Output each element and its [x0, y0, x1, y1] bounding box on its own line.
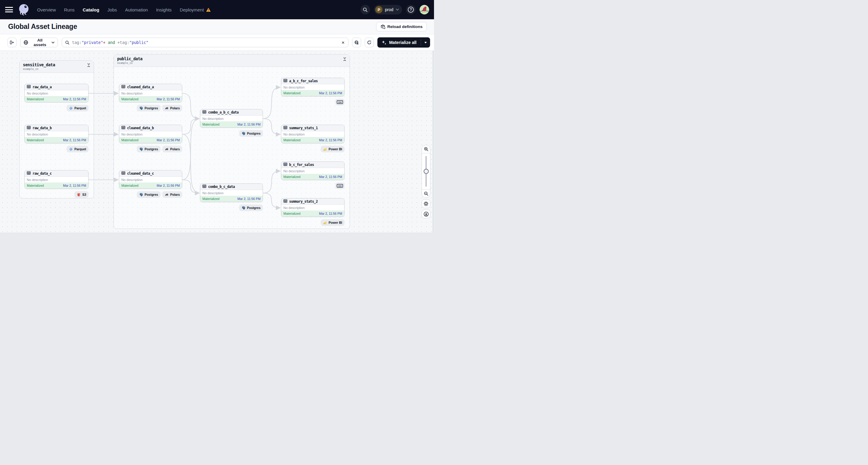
global-search-button[interactable]	[361, 5, 370, 14]
asset-status-badge: Materialized	[203, 197, 220, 200]
nav-item-deployment[interactable]: Deployment	[180, 7, 211, 12]
nav-item-runs[interactable]: Runs	[64, 7, 75, 12]
asset-description: No description	[119, 131, 182, 137]
asset-node-raw_data_b[interactable]: raw_data_b No description Materialized M…	[24, 125, 89, 143]
asset-timestamp: Mar 2, 11:56 PM	[157, 97, 180, 101]
asset-node-header: a_b_c_for_sales	[281, 78, 344, 84]
collapse-group-icon[interactable]	[343, 57, 346, 62]
globe-icon	[24, 40, 28, 45]
kind-badge-postgres: Postgres	[239, 205, 263, 211]
zoom-slider-thumb[interactable]	[424, 169, 429, 174]
page-header: Global Asset Lineage Reload definitions	[0, 19, 434, 34]
asset-node-combo_b_c_data[interactable]: combo_b_c_data No description Materializ…	[200, 183, 263, 202]
warning-triangle-icon	[206, 7, 211, 12]
asset-node-header: b_c_for_sales	[281, 162, 344, 168]
asset-node-cleaned_data_a[interactable]: cleaned_data_a No description Materializ…	[119, 84, 182, 102]
asset-node-summary_stats_1[interactable]: summary_stats_1 No description Materiali…	[281, 125, 345, 143]
asset-node-raw_data_a[interactable]: raw_data_a No description Materialized M…	[24, 84, 89, 102]
asset-node-cleaned_data_c[interactable]: cleaned_data_c No description Materializ…	[119, 170, 182, 189]
table-icon	[121, 125, 125, 131]
table-icon	[121, 171, 125, 176]
asset-status-badge: Materialized	[283, 91, 301, 95]
chevron-down-icon	[52, 41, 55, 44]
zoom-out-button[interactable]	[422, 189, 430, 197]
asset-name: cleaned_data_a	[127, 85, 154, 89]
asset-name: b_c_for_sales	[289, 163, 314, 167]
asset-node-footer: Materialized Mar 2, 11:56 PM	[25, 183, 88, 189]
asset-node-summary_stats_2[interactable]: summary_stats_2 No description Materiali…	[281, 198, 345, 217]
asset-selection-input[interactable]: tag:"private"+ and +tag:"public" ×	[62, 38, 348, 47]
download-graph-button[interactable]	[422, 210, 430, 218]
asset-name: raw_data_c	[33, 172, 52, 176]
asset-status-badge: Materialized	[27, 138, 44, 142]
kind-badge-row: Power BI	[281, 146, 345, 152]
collapse-group-icon[interactable]	[87, 63, 90, 68]
asset-node-raw_data_c[interactable]: raw_data_c No description Materialized M…	[24, 170, 89, 189]
kind-badge-row: PostgresPolars	[119, 105, 182, 112]
materialize-options-caret[interactable]	[421, 37, 430, 48]
asset-node-footer: Materialized Mar 2, 11:56 PM	[119, 137, 182, 143]
zoom-in-button[interactable]	[422, 145, 430, 153]
kind-badge-label: Parquet	[74, 147, 86, 151]
asset-description: No description	[119, 177, 182, 183]
table-icon	[283, 78, 287, 84]
kind-badge-label: Postgres	[247, 206, 260, 210]
view-full-graph-button[interactable]	[352, 38, 361, 47]
kind-badge-row: Parquet	[24, 146, 89, 152]
refresh-graph-button[interactable]	[365, 38, 374, 47]
help-button[interactable]: ?	[406, 5, 415, 14]
group-header: public_data example_co	[114, 55, 350, 67]
user-avatar[interactable]	[420, 5, 429, 14]
asset-selection-query: tag:"private"+ and +tag:"public"	[72, 40, 339, 45]
asset-status-badge: Materialized	[121, 138, 138, 142]
lineage-canvas[interactable]: sensitive_data example_co public_data ex…	[0, 51, 434, 232]
asset-timestamp: Mar 2, 11:56 PM	[319, 175, 342, 179]
asset-node-combo_a_b_c_data[interactable]: combo_a_b_c_data No description Material…	[200, 109, 263, 128]
nav-item-automation[interactable]: Automation	[125, 7, 148, 12]
asset-node-header: cleaned_data_c	[119, 170, 182, 177]
deployment-switcher[interactable]: P prod	[374, 5, 402, 14]
dagster-octopus-logo[interactable]	[17, 3, 30, 16]
graph-settings-button[interactable]	[422, 199, 430, 208]
kind-badge-row: Parquet	[24, 105, 89, 112]
asset-node-footer: Materialized Mar 2, 11:56 PM	[281, 211, 344, 217]
query-segment: tag:	[120, 40, 129, 45]
asset-timestamp: Mar 2, 11:56 PM	[319, 138, 342, 142]
reload-cube-icon	[380, 24, 385, 29]
kind-badge-postgres: Postgres	[239, 130, 263, 137]
open-side-panel-button[interactable]	[7, 38, 17, 47]
nav-item-insights[interactable]: Insights	[156, 7, 172, 12]
asset-name: raw_data_b	[33, 126, 52, 130]
clear-query-icon[interactable]: ×	[341, 40, 345, 45]
materialize-all-main[interactable]: Materialize all	[377, 37, 421, 48]
kind-badge-row: Postgres	[200, 130, 263, 137]
nav-item-catalog[interactable]: Catalog	[83, 7, 99, 12]
reload-definitions-label: Reload definitions	[387, 24, 423, 29]
kind-badge-power-bi: Power BI	[321, 146, 345, 152]
reload-definitions-button[interactable]: Reload definitions	[376, 22, 427, 31]
asset-description: No description	[281, 168, 344, 174]
nav-item-jobs[interactable]: Jobs	[107, 7, 117, 12]
nav-item-overview[interactable]: Overview	[37, 7, 56, 12]
deployment-name: prod	[385, 7, 393, 12]
sparkles-icon	[381, 40, 387, 45]
menu-hamburger-icon[interactable]	[5, 7, 13, 12]
lineage-toolbar: All assets tag:"private"+ and +tag:"publ…	[0, 34, 434, 51]
asset-node-header: raw_data_a	[25, 84, 88, 90]
materialize-all-button[interactable]: Materialize all	[377, 37, 430, 48]
asset-description: No description	[25, 177, 88, 183]
asset-node-b_c_for_sales[interactable]: b_c_for_sales No description Materialize…	[281, 161, 345, 180]
query-segment: +	[118, 40, 120, 45]
asset-scope-dropdown[interactable]: All assets	[20, 38, 58, 47]
asset-node-cleaned_data_b[interactable]: cleaned_data_b No description Materializ…	[119, 125, 182, 143]
kind-badge-row: Postgres	[200, 205, 263, 211]
chevron-down-icon	[396, 8, 399, 11]
asset-node-a_b_c_for_sales[interactable]: a_b_c_for_sales No description Materiali…	[281, 78, 345, 96]
group-title: public_data	[117, 56, 143, 61]
table-icon	[203, 110, 206, 115]
asset-timestamp: Mar 2, 11:56 PM	[63, 138, 86, 142]
zoom-slider[interactable]	[422, 153, 430, 189]
nav-right-cluster: P prod ?	[361, 5, 429, 14]
asset-status-badge: Materialized	[27, 184, 44, 187]
kind-badge-label: Postgres	[145, 147, 158, 151]
